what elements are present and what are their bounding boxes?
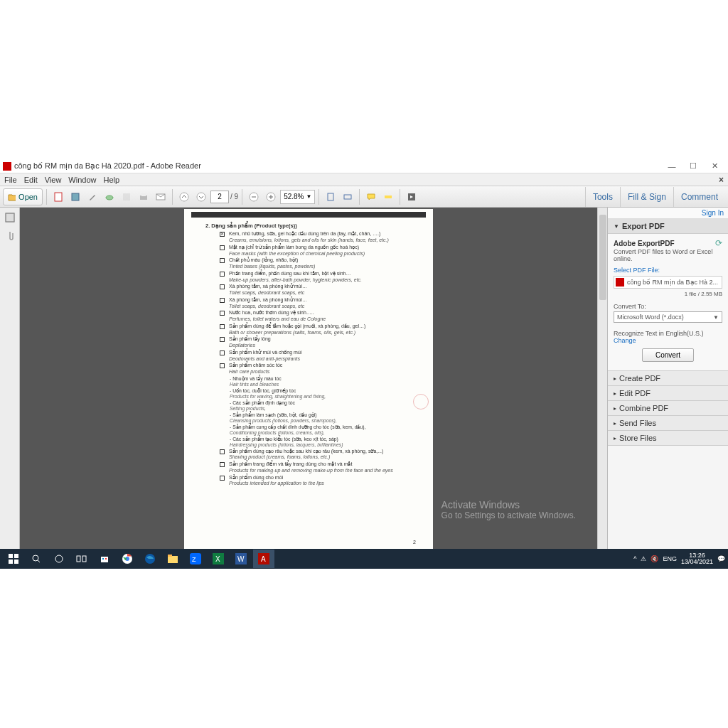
item-en: Creams, emulsions, lotions, gels and oil…: [229, 237, 413, 244]
svg-point-8: [197, 193, 205, 201]
item-vn: Chất phủ màu (lỏng, nhão, bột): [229, 257, 298, 262]
search-icon[interactable]: [26, 550, 47, 568]
chrome-icon[interactable]: [117, 550, 138, 568]
save-disk-icon[interactable]: [119, 189, 134, 205]
close-button[interactable]: ✕: [704, 160, 725, 173]
sub-line: Conditioning products (lotions, creams, …: [230, 430, 413, 436]
store-icon[interactable]: [94, 550, 115, 568]
excel-icon[interactable]: X: [208, 550, 229, 568]
taskbar: Z X W A ^ ⚠ 🔇 ENG 13:26 13/04/2021 💬: [0, 549, 728, 569]
checkbox-row: Sản phẩm tẩy lôngDepilatories: [220, 336, 413, 349]
start-button[interactable]: [3, 550, 24, 568]
tab-tools[interactable]: Tools: [585, 187, 620, 207]
wifi-icon[interactable]: ⚠: [641, 555, 646, 562]
accord-label: Edit PDF: [619, 389, 651, 397]
tray-chevron-icon[interactable]: ^: [633, 555, 636, 562]
email-icon[interactable]: [153, 189, 168, 205]
accord-edit-pdf[interactable]: ▸Edit PDF: [608, 386, 728, 401]
minimize-button[interactable]: —: [661, 160, 682, 173]
cloud-refresh-icon[interactable]: ⟳: [715, 238, 722, 248]
convert-button[interactable]: Convert: [642, 348, 694, 362]
tab-fill-sign[interactable]: Fill & Sign: [620, 187, 673, 207]
svg-rect-18: [14, 554, 18, 558]
zoom-in-icon[interactable]: [263, 189, 279, 205]
scroll-thumb[interactable]: [599, 215, 606, 300]
item-en: Products intended for application to the…: [229, 481, 413, 487]
edit-icon[interactable]: [85, 189, 100, 205]
fit-width-icon[interactable]: [340, 189, 355, 205]
thumbnails-icon[interactable]: [4, 212, 16, 223]
menu-window[interactable]: Window: [68, 176, 96, 184]
accord-label: Create PDF: [619, 374, 660, 382]
menu-bar: File Edit View Window Help ×: [0, 173, 728, 186]
cortana-icon[interactable]: [48, 550, 70, 568]
svg-rect-32: [168, 555, 172, 557]
maximize-button[interactable]: ☐: [682, 160, 704, 173]
zalo-icon[interactable]: Z: [185, 550, 206, 568]
word-icon[interactable]: W: [230, 550, 252, 568]
save-icon[interactable]: [68, 189, 83, 205]
svg-text:Z: Z: [192, 556, 196, 563]
volume-icon[interactable]: 🔇: [651, 555, 658, 562]
svg-rect-17: [9, 554, 13, 558]
edge-icon[interactable]: [139, 550, 161, 568]
menu-view[interactable]: View: [45, 176, 62, 184]
scrollbar[interactable]: [597, 208, 607, 549]
menu-help[interactable]: Help: [103, 176, 119, 184]
item-vn: Xà phòng tắm, xà phòng khử mùi…: [229, 284, 307, 289]
page-up-icon[interactable]: [176, 189, 192, 205]
create-pdf-icon[interactable]: [50, 189, 66, 205]
attachment-icon[interactable]: [5, 230, 15, 242]
sign-in-link[interactable]: Sign In: [608, 208, 728, 219]
checkbox: [220, 272, 225, 277]
highlight-icon[interactable]: [380, 189, 396, 205]
read-mode-icon[interactable]: [404, 189, 419, 205]
ocr-text: Recognize Text in English(U.S.): [614, 330, 722, 337]
sub-line: - Uốn tóc, duỗi tóc, giữ nếp tóc: [230, 388, 413, 394]
svg-rect-12: [344, 195, 351, 199]
page-input[interactable]: [210, 191, 229, 203]
format-value: Microsoft Word (*.docx): [617, 314, 684, 321]
window-title: công bố RM mịn da Bạc Hà 2020.pdf - Adob…: [14, 161, 201, 171]
page-down-icon[interactable]: [193, 189, 209, 205]
item-en: Perfumes, toilet waters and eau de Colog…: [229, 316, 413, 323]
toolbar: Open / 9 52.8%▼ Tools Fill & Sign Commen…: [0, 186, 728, 208]
svg-rect-5: [141, 193, 146, 196]
document-area[interactable]: 2. Dạng sản phẩm (Product type(s)) Kem, …: [20, 208, 597, 549]
accord-store-files[interactable]: ▸Store Files: [608, 431, 728, 446]
change-link[interactable]: Change: [614, 337, 722, 344]
sub-line: Hair tints and bleaches: [230, 382, 413, 387]
svg-rect-11: [328, 193, 333, 200]
item-en: Toilet soaps, deodorant soaps, etc: [229, 304, 413, 310]
cloud-icon[interactable]: [102, 189, 117, 205]
taskview-icon[interactable]: [71, 550, 92, 568]
accord-combine-pdf[interactable]: ▸Combine PDF: [608, 401, 728, 416]
print-icon[interactable]: [136, 189, 151, 205]
open-button[interactable]: Open: [3, 188, 43, 205]
item-en: Hair care products: [229, 369, 413, 375]
notifications-icon[interactable]: 💬: [717, 555, 725, 562]
menu-close-doc[interactable]: ×: [719, 175, 724, 185]
accord-create-pdf[interactable]: ▸Create PDF: [608, 371, 728, 386]
clock-date[interactable]: 13/04/2021: [681, 559, 713, 565]
zoom-out-icon[interactable]: [246, 189, 262, 205]
menu-file[interactable]: File: [4, 176, 17, 184]
sub-line: Products for waving, straightening and f…: [230, 394, 413, 400]
tab-comment[interactable]: Comment: [673, 187, 725, 207]
item-en: Make-up powders, after-bath powder, hygi…: [229, 277, 413, 284]
item-vn: Sản phẩm dùng cho môi: [229, 475, 283, 480]
fit-page-icon[interactable]: [323, 189, 338, 205]
accord-export-pdf[interactable]: ▼Export PDF: [608, 219, 728, 234]
zoom-select[interactable]: 52.8%▼: [280, 190, 315, 204]
explorer-icon[interactable]: [162, 550, 183, 568]
menu-edit[interactable]: Edit: [24, 176, 38, 184]
comment-bubble-icon[interactable]: [363, 189, 379, 205]
adobe-reader-taskbar-icon[interactable]: A: [253, 550, 274, 568]
svg-rect-31: [168, 556, 178, 563]
selected-file[interactable]: công bố RM mịn da Bạc Hà 2...: [614, 276, 722, 289]
format-select[interactable]: Microsoft Word (*.docx)▼: [614, 311, 722, 323]
lang-indicator[interactable]: ENG: [663, 555, 677, 562]
accord-send-files[interactable]: ▸Send Files: [608, 416, 728, 431]
item-en: Toilet soaps, deodorant soaps, etc: [229, 290, 413, 296]
sub-line: Hairdressing products (lotions, lacquers…: [230, 442, 413, 448]
